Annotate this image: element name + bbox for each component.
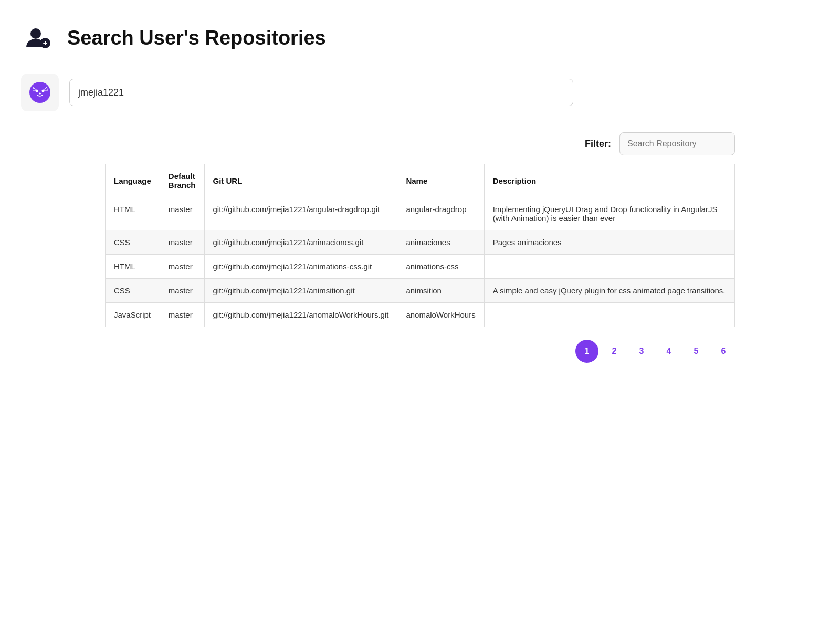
main-content: Filter: Language DefaultBranch Git URL N… (105, 132, 735, 363)
page-btn-5[interactable]: 5 (685, 340, 708, 363)
cell-git-url: git://github.com/jmejia1221/anomaloWorkH… (204, 303, 397, 327)
cell-name: animations-css (397, 255, 484, 279)
cell-name: anomaloWorkHours (397, 303, 484, 327)
page-btn-1[interactable]: 1 (575, 340, 598, 363)
user-add-icon (21, 21, 55, 55)
cell-branch: master (160, 197, 204, 230)
cell-git-url: git://github.com/jmejia1221/angular-drag… (204, 197, 397, 230)
cell-language: HTML (106, 255, 160, 279)
cell-language: HTML (106, 197, 160, 230)
col-language: Language (106, 164, 160, 197)
table-row: CSS master git://github.com/jmejia1221/a… (106, 279, 735, 303)
table-body: HTML master git://github.com/jmejia1221/… (106, 197, 735, 327)
table-row: HTML master git://github.com/jmejia1221/… (106, 255, 735, 279)
pagination: 123456 (105, 340, 735, 363)
filter-row: Filter: (105, 132, 735, 155)
cell-name: angular-dragdrop (397, 197, 484, 230)
col-name: Name (397, 164, 484, 197)
col-git-url: Git URL (204, 164, 397, 197)
page-header: Search User's Repositories (21, 21, 819, 55)
repo-table: Language DefaultBranch Git URL Name Desc… (105, 164, 735, 327)
cell-description: Implementing jQueryUI Drag and Drop func… (484, 197, 734, 230)
github-icon-box (21, 74, 59, 111)
table-row: HTML master git://github.com/jmejia1221/… (106, 197, 735, 230)
svg-point-6 (42, 90, 45, 92)
cell-branch: master (160, 255, 204, 279)
cell-branch: master (160, 279, 204, 303)
cell-description: A simple and easy jQuery plugin for css … (484, 279, 734, 303)
page-btn-3[interactable]: 3 (630, 340, 653, 363)
page-title: Search User's Repositories (67, 27, 326, 49)
cell-name: animaciones (397, 230, 484, 255)
cell-git-url: git://github.com/jmejia1221/animations-c… (204, 255, 397, 279)
filter-label: Filter: (585, 139, 611, 150)
page-btn-2[interactable]: 2 (603, 340, 626, 363)
cell-name: animsition (397, 279, 484, 303)
cell-branch: master (160, 303, 204, 327)
username-input[interactable] (69, 79, 573, 106)
table-header: Language DefaultBranch Git URL Name Desc… (106, 164, 735, 197)
filter-input[interactable] (620, 132, 735, 155)
svg-point-0 (30, 28, 41, 39)
cell-branch: master (160, 230, 204, 255)
col-description: Description (484, 164, 734, 197)
cell-language: CSS (106, 230, 160, 255)
svg-point-5 (36, 90, 38, 92)
search-section (21, 74, 819, 111)
cell-description (484, 303, 734, 327)
cell-language: CSS (106, 279, 160, 303)
cell-description: Pages animaciones (484, 230, 734, 255)
col-branch: DefaultBranch (160, 164, 204, 197)
svg-rect-3 (45, 41, 46, 45)
page-btn-4[interactable]: 4 (657, 340, 680, 363)
cell-git-url: git://github.com/jmejia1221/animaciones.… (204, 230, 397, 255)
cell-description (484, 255, 734, 279)
svg-point-4 (29, 82, 50, 103)
table-row: CSS master git://github.com/jmejia1221/a… (106, 230, 735, 255)
cell-language: JavaScript (106, 303, 160, 327)
page-btn-6[interactable]: 6 (712, 340, 735, 363)
cell-git-url: git://github.com/jmejia1221/animsition.g… (204, 279, 397, 303)
table-row: JavaScript master git://github.com/jmeji… (106, 303, 735, 327)
svg-point-7 (39, 93, 41, 94)
